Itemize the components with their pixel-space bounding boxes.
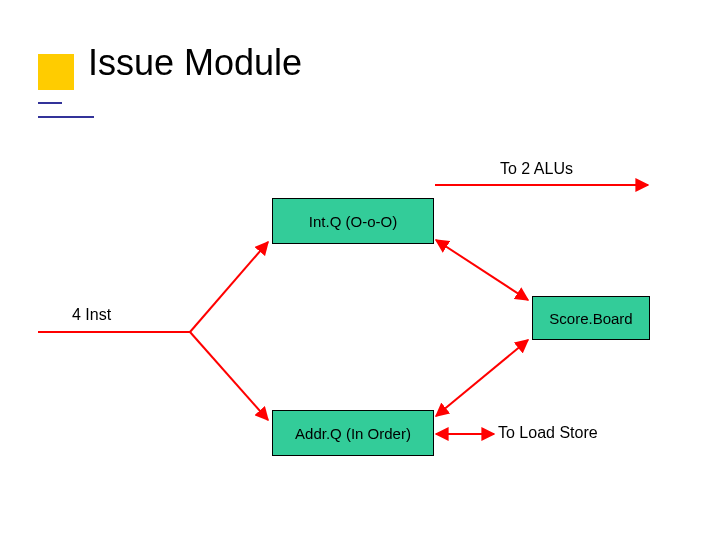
box-intq: Int.Q (O-o-O) — [272, 198, 434, 244]
box-addrq: Addr.Q (In Order) — [272, 410, 434, 456]
label-to-load-store: To Load Store — [498, 424, 598, 442]
svg-line-3 — [190, 332, 268, 420]
svg-line-4 — [436, 240, 528, 300]
title-bullet-icon — [38, 54, 74, 90]
box-scoreboard: Score.Board — [532, 296, 650, 340]
svg-line-5 — [436, 340, 528, 416]
label-four-inst: 4 Inst — [72, 306, 111, 324]
label-to-alus: To 2 ALUs — [500, 160, 573, 178]
title-decor-line — [38, 116, 94, 118]
title-decor-line — [38, 102, 62, 104]
slide-title: Issue Module — [88, 42, 302, 84]
svg-line-2 — [190, 242, 268, 332]
